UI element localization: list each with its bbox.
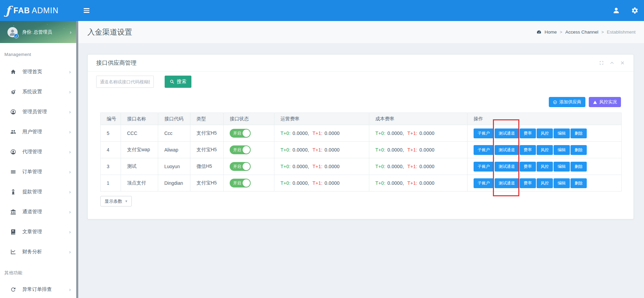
expand-icon[interactable] [599, 60, 604, 65]
breadcrumb-access-channel[interactable]: Access Channel [565, 29, 599, 35]
status-toggle[interactable]: 开启 [230, 179, 251, 187]
search-button[interactable]: 搜索 [165, 76, 191, 88]
cell-op-rate: T+0:0.0000,T+1:0.0000 [274, 142, 369, 158]
col-header-code: 接口代码 [158, 113, 190, 125]
chevron-right-icon: › [69, 149, 71, 155]
page-size-dropdown[interactable]: 显示条数 ▾ [100, 196, 132, 206]
breadcrumb-separator: > [560, 30, 562, 35]
toggle-label: 开启 [233, 164, 241, 170]
rate-t1-label: T+1: [407, 164, 417, 169]
rate-t0-label: T+0: [281, 180, 291, 186]
sidebar-item-order-management[interactable]: 订单管理 › [0, 162, 76, 182]
sidebar-item-admin-management[interactable]: 管理员管理 › [0, 102, 76, 122]
sidebar-item-article-management[interactable]: 文章管理 › [0, 222, 76, 242]
status-toggle[interactable]: 开启 [230, 145, 251, 154]
col-header-status: 接口状态 [224, 113, 274, 125]
rate-t1-value: 0.0000 [419, 131, 435, 136]
rate-t0-label: T+0: [281, 131, 291, 136]
brand-light: ADMIN [32, 6, 59, 15]
sidebar-item-label: 通道管理 [22, 208, 42, 215]
status-toggle[interactable]: 开启 [230, 129, 251, 138]
sidebar-section-other: 其他功能 [0, 262, 76, 279]
rate-t1-value: 0.0000 [325, 131, 340, 136]
close-icon[interactable] [620, 60, 625, 65]
page-title: 入金渠道设置 [87, 27, 132, 37]
toggle-label: 开启 [233, 131, 241, 136]
cell-cost-rate: T+0:0.0000,T+1:0.0000 [369, 125, 468, 142]
sidebar-item-finance-analysis[interactable]: 财务分析 › [0, 242, 76, 262]
toggle-knob-icon [243, 163, 250, 170]
rate-t1-label: T+1: [407, 131, 417, 136]
user-icon[interactable] [612, 6, 620, 15]
sidebar-item-user-management[interactable]: 用户管理 › [0, 122, 76, 142]
action-risk-button[interactable]: 风控 [537, 128, 553, 138]
action-edit-button[interactable]: 编辑 [554, 178, 570, 188]
action-risk-button[interactable]: 风控 [537, 178, 553, 188]
cell-type: 支付宝H5 [190, 142, 224, 158]
sidebar-item-system-settings[interactable]: 系统设置 › [0, 82, 76, 102]
sidebar-item-label: 系统设置 [22, 88, 42, 95]
rate-t0-value: 0.0000 [293, 147, 308, 153]
action-rate-button[interactable]: 费率 [520, 128, 536, 138]
profile-toggle[interactable]: ✓ 身份: 总管理员 › [0, 21, 76, 43]
sidebar-item-agent-management[interactable]: 代理管理 › [0, 142, 76, 162]
col-header-type: 类型 [190, 113, 224, 125]
action-test-channel-button[interactable]: 测试通道 [495, 178, 519, 188]
rate-t0-label: T+0: [375, 147, 386, 153]
action-rate-button[interactable]: 费率 [520, 145, 536, 155]
action-edit-button[interactable]: 编辑 [554, 162, 570, 172]
action-rate-button[interactable]: 费率 [520, 178, 536, 188]
sidebar-scrollbar[interactable] [76, 21, 78, 298]
home-icon [10, 69, 16, 75]
withdraw-user-icon [10, 189, 16, 195]
rate-t1-label: T+1: [407, 180, 417, 186]
col-header-id: 编号 [101, 113, 121, 125]
sidebar-item-abnormal-orders[interactable]: 异常订单排查 › [0, 279, 76, 298]
action-subaccount-button[interactable]: 子账户 [474, 178, 494, 188]
action-test-channel-button[interactable]: 测试通道 [495, 128, 519, 138]
cell-op-rate: T+0:0.0000,T+1:0.0000 [274, 125, 369, 142]
cell-status: 开启 [224, 125, 274, 142]
action-test-channel-button[interactable]: 测试通道 [495, 145, 519, 155]
search-input[interactable] [96, 76, 154, 88]
rate-separator: , [308, 147, 309, 153]
cell-cost-rate: T+0:0.0000,T+1:0.0000 [369, 175, 468, 192]
action-subaccount-button[interactable]: 子账户 [474, 128, 494, 138]
brand-link[interactable]: ƒ FABADMIN [0, 5, 76, 16]
action-delete-button[interactable]: 删除 [570, 178, 587, 188]
action-edit-button[interactable]: 编辑 [554, 145, 570, 155]
page-header: 入金渠道设置 Home > Access Channel > Establish… [78, 21, 644, 43]
add-supplier-button[interactable]: 添加供应商 [549, 97, 585, 107]
rate-t0-value: 0.0000 [388, 131, 403, 136]
action-risk-button[interactable]: 风控 [537, 162, 553, 172]
status-toggle[interactable]: 开启 [230, 162, 251, 171]
rate-t0-value: 0.0000 [293, 180, 308, 186]
breadcrumb-home[interactable]: Home [545, 29, 557, 35]
cell-status: 开启 [224, 142, 274, 158]
action-delete-button[interactable]: 删除 [570, 128, 587, 138]
gear-icon[interactable] [630, 6, 639, 15]
menu-toggle-icon[interactable] [84, 7, 90, 14]
action-subaccount-button[interactable]: 子账户 [474, 145, 494, 155]
action-test-channel-button[interactable]: 测试通道 [495, 162, 519, 172]
table-row: 3 测试 Luoyun 微信H5 开启 T+0:0. [101, 158, 622, 175]
action-delete-button[interactable]: 删除 [570, 162, 587, 172]
action-delete-button[interactable]: 删除 [570, 145, 587, 155]
top-navbar: ƒ FABADMIN [0, 0, 644, 21]
sidebar-item-withdraw-management[interactable]: 提款管理 › [0, 182, 76, 202]
action-rate-button[interactable]: 费率 [520, 162, 536, 172]
toggle-knob-icon [243, 146, 250, 154]
cell-id: 3 [101, 158, 121, 175]
article-book-icon [10, 229, 16, 235]
rate-separator: , [402, 131, 404, 136]
risk-live-button[interactable]: 风控实况 [589, 97, 621, 107]
action-subaccount-button[interactable]: 子账户 [474, 162, 494, 172]
sidebar-item-channel-management[interactable]: 通道管理 › [0, 202, 76, 222]
admin-user-icon [10, 109, 16, 115]
rate-t0-value: 0.0000 [388, 164, 403, 169]
rate-t1-value: 0.0000 [419, 180, 435, 186]
sidebar-item-admin-home[interactable]: 管理首页 › [0, 62, 76, 82]
collapse-icon[interactable] [609, 60, 615, 65]
action-risk-button[interactable]: 风控 [537, 145, 553, 155]
action-edit-button[interactable]: 编辑 [554, 128, 570, 138]
